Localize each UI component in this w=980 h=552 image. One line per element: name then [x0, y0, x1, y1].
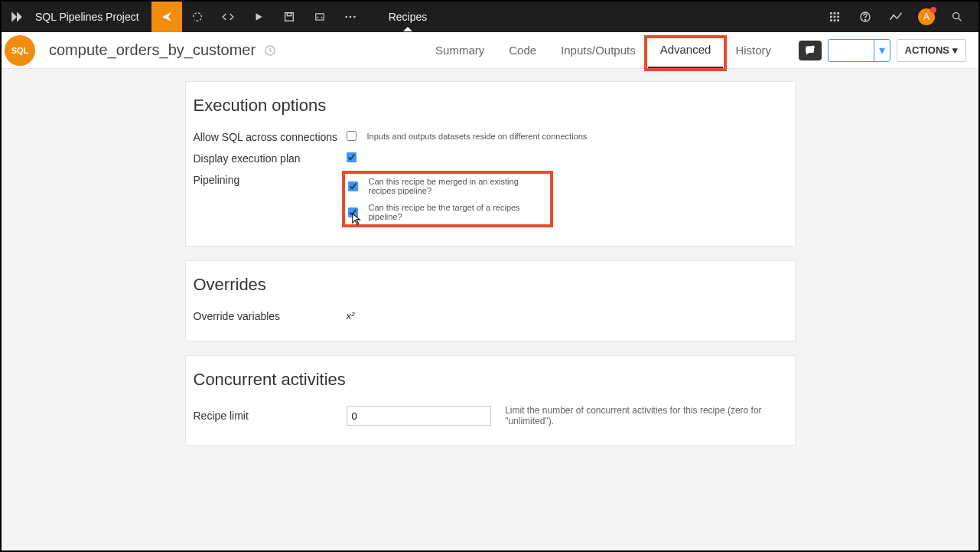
panel-icon[interactable] [304, 2, 335, 32]
svg-rect-6 [830, 12, 832, 15]
override-variables-label: Override variables [194, 310, 347, 322]
apps-grid-icon[interactable] [819, 2, 850, 32]
tab-history[interactable]: History [723, 32, 783, 68]
sql-badge: SQL [5, 35, 35, 66]
save-dropdown[interactable]: ▾ [874, 40, 890, 61]
star-icon[interactable] [263, 44, 277, 57]
recipe-name: compute_orders_by_customer [49, 41, 256, 59]
more-icon[interactable] [335, 2, 366, 32]
svg-point-16 [864, 19, 865, 20]
pipelining-merge-checkbox[interactable] [348, 181, 358, 191]
allow-sql-help: Inputs and outputs datasets reside on di… [367, 132, 588, 141]
pipelining-label: Pipelining [194, 174, 347, 186]
code-icon[interactable] [213, 2, 243, 32]
tabs: Summary Code Inputs/Outputs Advanced His… [423, 32, 783, 68]
breadcrumb-recipes[interactable]: Recipes [389, 11, 428, 23]
svg-rect-12 [830, 19, 832, 21]
display-plan-checkbox[interactable] [347, 152, 357, 162]
refresh-icon[interactable] [182, 2, 213, 32]
save-button-group: SAVE ▾ [828, 39, 890, 62]
overrides-title: Overrides [186, 261, 795, 305]
chevron-down-icon: ▾ [952, 44, 958, 56]
recipe-limit-input[interactable] [347, 406, 492, 426]
svg-rect-8 [837, 12, 839, 15]
notification-dot [930, 7, 936, 13]
pipelining-target-checkbox[interactable] [348, 207, 358, 217]
tab-inputs-outputs[interactable]: Inputs/Outputs [549, 32, 648, 68]
svg-rect-13 [834, 19, 836, 21]
svg-rect-1 [287, 13, 291, 16]
tab-advanced[interactable]: Advanced [648, 32, 724, 68]
user-avatar[interactable]: A [911, 2, 942, 32]
tab-summary[interactable]: Summary [423, 32, 497, 68]
avatar-initial: A [923, 11, 930, 22]
app-logo[interactable] [2, 2, 32, 32]
svg-rect-7 [834, 12, 836, 15]
sub-bar: SQL compute_orders_by_customer Summary C… [2, 32, 978, 69]
pipelining-merge-label: Can this recipe be merged in an existing… [369, 177, 542, 195]
tab-code[interactable]: Code [497, 32, 549, 68]
concurrent-title: Concurrent activities [186, 356, 795, 400]
pipelining-highlight-box: Can this recipe be merged in an existing… [342, 171, 553, 227]
comments-button[interactable] [799, 41, 822, 60]
help-icon[interactable] [850, 2, 881, 32]
override-variables-button[interactable]: x² [347, 310, 787, 322]
execution-options-card: Execution options Allow SQL across conne… [185, 81, 796, 247]
save-disk-icon[interactable] [274, 2, 304, 32]
recipe-limit-label: Recipe limit [194, 410, 347, 422]
project-name[interactable]: SQL Pipelines Project [32, 11, 151, 23]
flow-icon[interactable] [151, 2, 182, 32]
svg-rect-10 [834, 16, 836, 18]
top-bar: SQL Pipelines Project Recipes A [2, 2, 978, 32]
svg-rect-14 [837, 19, 839, 21]
overrides-card: Overrides Override variables x² [185, 260, 796, 341]
svg-point-5 [353, 16, 356, 18]
allow-sql-checkbox[interactable] [347, 131, 357, 141]
recipe-limit-help: Limit the number of concurrent activitie… [505, 405, 786, 426]
svg-point-17 [953, 13, 959, 19]
display-plan-label: Display execution plan [194, 152, 347, 165]
play-icon[interactable] [243, 2, 274, 32]
pipelining-target-label: Can this recipe be the target of a recip… [369, 203, 542, 221]
actions-button[interactable]: ACTIONS ▾ [897, 39, 967, 62]
actions-label: ACTIONS [905, 44, 950, 56]
main-area: Execution options Allow SQL across conne… [2, 69, 978, 550]
svg-rect-11 [837, 16, 839, 18]
svg-point-3 [345, 16, 347, 18]
concurrent-activities-card: Concurrent activities Recipe limit Limit… [185, 355, 796, 446]
allow-sql-label: Allow SQL across connections [194, 131, 347, 143]
svg-rect-9 [830, 16, 832, 18]
svg-rect-2 [315, 14, 324, 20]
execution-options-title: Execution options [186, 82, 795, 126]
search-icon[interactable] [942, 2, 972, 32]
svg-point-4 [349, 16, 351, 18]
svg-rect-0 [285, 13, 293, 21]
activity-icon[interactable] [881, 2, 911, 32]
svg-point-19 [812, 45, 815, 48]
